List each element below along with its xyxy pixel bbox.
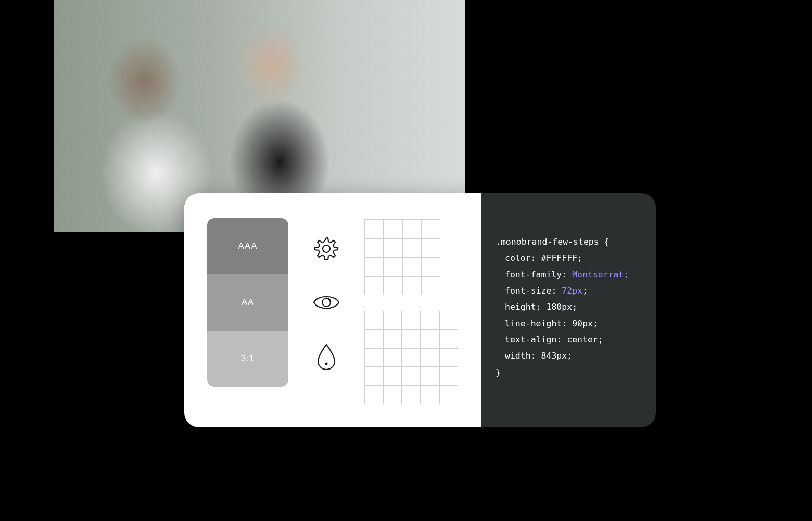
code-line-color: color: #FFFFFF; [496,250,645,266]
icons-column [308,218,345,387]
code-selector-line: .monobrand-few-steps { [496,234,645,250]
grid-5x5 [364,311,458,404]
code-line-text-align: text-align: center; [496,332,645,348]
contrast-swatches: AAA AA 3:1 [207,218,288,387]
code-line-line-height: line-height: 90px; [496,315,645,332]
card-left-panel: AAA AA 3:1 [184,193,481,427]
drop-icon [316,343,337,372]
code-line-font-family: font-family: Montserrat; [496,266,645,283]
code-close-brace: } [496,364,645,380]
swatch-3-1: 3:1 [207,331,288,387]
code-line-height: height: 180px; [496,299,645,315]
grids-column [364,218,458,404]
code-panel: .monobrand-few-steps { color: #FFFFFF; f… [481,193,656,427]
swatch-aa: AA [207,274,288,331]
design-system-card: AAA AA 3:1 [184,193,656,427]
svg-point-0 [323,245,330,252]
gear-icon [313,236,339,264]
svg-point-2 [325,363,328,365]
code-line-font-size: font-size: 72px; [496,283,645,299]
grid-4x4 [364,219,440,295]
code-line-width: width: 843px; [496,348,645,364]
swatch-aaa: AAA [207,218,288,274]
eye-icon [313,293,340,314]
